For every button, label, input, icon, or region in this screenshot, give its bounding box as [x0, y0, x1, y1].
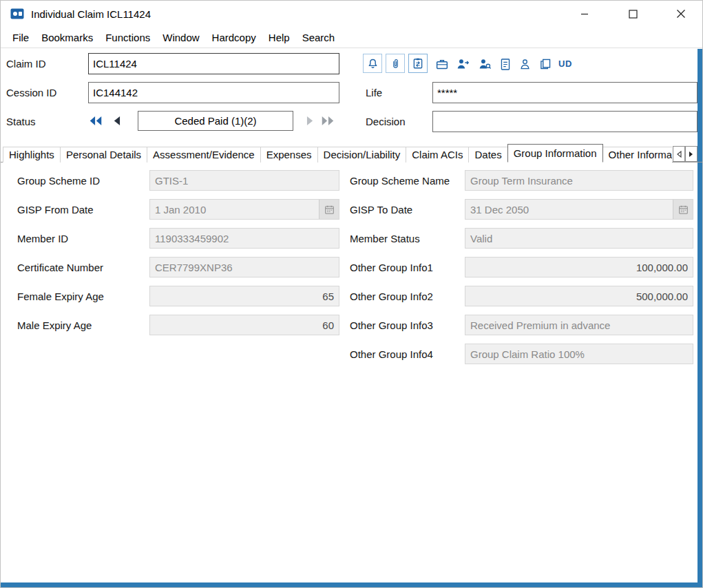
other-group-info1-value: 100,000.00 [465, 262, 693, 273]
female-expiry-age-value: 65 [150, 291, 339, 302]
horizontal-scrollbar[interactable] [1, 582, 703, 588]
app-icon [10, 8, 24, 19]
female-expiry-age-field[interactable]: 65 [149, 286, 339, 306]
first-record-button[interactable] [88, 116, 103, 126]
life-label: Life [366, 82, 382, 103]
group-scheme-id-field[interactable]: GTIS-1 [149, 170, 339, 191]
gisp-from-date-value: 1 Jan 2010 [150, 204, 319, 216]
female-expiry-age-label: Female Expiry Age [17, 286, 104, 307]
status-label: Status [6, 111, 36, 132]
other-group-info4-field[interactable]: Group Claim Ratio 100% [465, 344, 693, 364]
gisp-from-date-label: GISP From Date [17, 199, 94, 220]
status-button[interactable]: Ceded Paid (1)(2) [138, 111, 293, 131]
other-group-info2-label: Other Group Info2 [350, 286, 433, 307]
member-status-field[interactable]: Valid [465, 228, 693, 249]
claim-id-label: Claim ID [6, 53, 46, 74]
cession-id-input[interactable] [88, 82, 339, 103]
menu-window[interactable]: Window [156, 32, 205, 43]
next-record-button[interactable] [306, 116, 314, 126]
group-scheme-id-value: GTIS-1 [150, 175, 339, 187]
title-bar: Individual Claim ICL11424 [1, 1, 702, 27]
other-group-info1-label: Other Group Info1 [350, 257, 433, 278]
other-group-info3-label: Other Group Info3 [350, 315, 433, 336]
other-group-info3-value: Received Premium in advance [465, 319, 693, 331]
tab-claim-acis[interactable]: Claim ACIs [406, 147, 469, 162]
ud-button[interactable]: UD [558, 59, 572, 69]
tab-decision-liability[interactable]: Decision/Liability [317, 147, 407, 162]
window-title: Individual Claim ICL11424 [31, 8, 151, 20]
certificate-number-label: Certificate Number [17, 257, 103, 278]
menu-hardcopy[interactable]: Hardcopy [206, 32, 262, 43]
calendar-icon[interactable] [319, 200, 339, 219]
certificate-number-value: CER7799XNP36 [150, 262, 339, 273]
tab-dates[interactable]: Dates [468, 147, 507, 162]
member-status-value: Valid [465, 233, 693, 244]
app-window: Individual Claim ICL11424 File Bookmarks… [0, 0, 703, 588]
gisp-to-date-field[interactable]: 31 Dec 2050 [465, 199, 693, 220]
tab-strip: HighlightsPersonal DetailsAssessment/Evi… [3, 144, 672, 163]
member-id-value: 1190333459902 [150, 233, 339, 244]
tab-group-information[interactable]: Group Information [507, 144, 603, 162]
other-group-info2-value: 500,000.00 [465, 291, 693, 302]
tab-other-information[interactable]: Other Information [602, 147, 672, 162]
calendar-icon[interactable] [673, 200, 693, 219]
briefcase-icon[interactable] [433, 55, 451, 73]
gisp-from-date-field[interactable]: 1 Jan 2010 [149, 199, 339, 220]
male-expiry-age-field[interactable]: 60 [149, 315, 339, 335]
gisp-to-date-value: 31 Dec 2050 [465, 204, 673, 216]
tab-personal-details[interactable]: Personal Details [60, 147, 147, 162]
claim-id-input[interactable] [88, 53, 339, 74]
last-record-button[interactable] [320, 116, 335, 126]
menu-bookmarks[interactable]: Bookmarks [35, 32, 99, 43]
assign-person-icon[interactable] [454, 55, 472, 73]
close-button[interactable] [665, 1, 697, 27]
alerts-bell-icon[interactable] [363, 54, 382, 73]
other-group-info4-label: Other Group Info4 [350, 344, 433, 365]
certificate-number-field[interactable]: CER7799XNP36 [149, 257, 339, 277]
tab-scroll-left-icon[interactable] [673, 146, 685, 162]
other-group-info4-value: Group Claim Ratio 100% [465, 348, 693, 360]
attachment-paperclip-icon[interactable] [386, 54, 405, 73]
claim-transfer-clipboard-icon[interactable] [408, 54, 428, 73]
other-group-info3-field[interactable]: Received Premium in advance [465, 315, 693, 335]
copy-claim-icon[interactable] [536, 55, 554, 73]
male-expiry-age-value: 60 [150, 319, 339, 331]
cession-id-label: Cession ID [6, 82, 56, 103]
tab-expenses[interactable]: Expenses [260, 147, 318, 162]
decision-label: Decision [366, 111, 406, 132]
menu-search[interactable]: Search [296, 32, 342, 43]
male-expiry-age-label: Male Expiry Age [17, 315, 92, 336]
group-scheme-id-label: Group Scheme ID [17, 170, 100, 191]
tab-highlights[interactable]: Highlights [3, 147, 61, 162]
member-status-label: Member Status [350, 228, 420, 249]
group-scheme-name-label: Group Scheme Name [350, 170, 450, 191]
previous-record-button[interactable] [113, 116, 120, 126]
tab-scroll-right-icon[interactable] [685, 146, 697, 162]
life-input[interactable] [432, 82, 697, 103]
gisp-to-date-label: GISP To Date [350, 199, 412, 220]
person-icon[interactable] [516, 55, 534, 73]
menu-functions[interactable]: Functions [99, 32, 156, 43]
notes-document-icon[interactable] [496, 55, 514, 73]
menu-help[interactable]: Help [262, 32, 296, 43]
menu-file[interactable]: File [6, 32, 35, 43]
other-group-info1-field[interactable]: 100,000.00 [465, 257, 693, 277]
member-id-label: Member ID [17, 228, 68, 249]
member-id-field[interactable]: 1190333459902 [149, 228, 339, 249]
tab-assessment-evidence[interactable]: Assessment/Evidence [147, 147, 261, 162]
minimize-button[interactable] [569, 1, 600, 27]
vertical-scrollbar[interactable] [697, 49, 703, 588]
group-scheme-name-value: Group Term Insurance [465, 175, 693, 187]
other-group-info2-field[interactable]: 500,000.00 [465, 286, 693, 306]
maximize-button[interactable] [617, 1, 649, 27]
menu-bar: File Bookmarks Functions Window Hardcopy… [1, 27, 702, 48]
decision-input[interactable] [432, 111, 697, 132]
group-scheme-name-field[interactable]: Group Term Insurance [465, 170, 693, 191]
person-inquiry-icon[interactable] [476, 55, 494, 73]
